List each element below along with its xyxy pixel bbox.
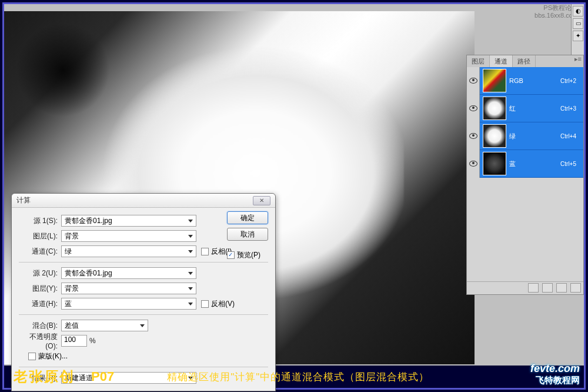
tab-channels[interactable]: 通道 [490,55,513,67]
source2-layer-select[interactable]: 背景 [61,283,196,294]
workspace: PS教程论坛 bbs.16xx8.com ◐ ▭ ✦ 图层 通道 路径 ▸≡ R… [4,4,584,366]
channel-row-green[interactable]: 绿 Ctrl+4 [467,122,583,150]
source1-channel-label: 通道(C): [19,247,61,257]
channel-thumbnail [483,124,506,148]
opacity-suffix: % [89,337,96,345]
combo-value: 背景 [65,284,79,294]
combo-value: 黄郁金香01.jpg [65,216,112,226]
caption-author: 老张原创 [14,367,75,386]
source2-layer-label: 图层(Y): [19,284,61,294]
combo-value: 绿 [65,247,72,257]
source1-label: 源 1(S): [19,216,61,226]
combo-value: 蓝 [65,299,72,309]
eye-icon [469,78,477,84]
opacity-label: 不透明度(O): [19,332,61,350]
dialog-body: 确定 取消 预览(P) 源 1(S): 黄郁金香01.jpg 图层(L): 背景… [12,208,275,391]
combo-value: 差值 [65,321,79,331]
new-channel-icon[interactable] [556,283,567,293]
source1-channel-select[interactable]: 绿 [61,245,196,257]
site-logo: fevte.com 飞特教程网 [530,363,580,386]
opacity-input[interactable]: 100 [61,335,87,347]
visibility-toggle[interactable] [467,150,480,178]
combo-value: 背景 [65,231,79,241]
channel-name: 蓝 [509,160,560,168]
channel-thumbnail [483,152,506,175]
site-url: fevte.com [530,363,580,375]
channel-shortcut: Ctrl+3 [560,105,583,112]
dialog-titlebar[interactable]: 计算 ✕ [12,194,275,208]
preview-checkbox[interactable]: 预览(P) [227,250,268,260]
close-icon[interactable]: ✕ [253,196,270,205]
channel-row-blue[interactable]: 蓝 Ctrl+5 [467,150,583,178]
cancel-button[interactable]: 取消 [227,228,268,241]
caption-description: 精确选区使用"计算"中的通道混合模式（图层混合模式） [167,370,429,384]
channel-name: 绿 [509,132,560,141]
panel-tabs: 图层 通道 路径 ▸≡ [467,55,583,67]
checkbox-icon [201,248,209,255]
site-name: 飞特教程网 [530,375,580,386]
source1-layer-select[interactable]: 背景 [61,230,196,242]
channel-thumbnail [483,97,506,120]
channel-shortcut: Ctrl+2 [560,78,583,84]
eye-icon [469,105,477,111]
load-selection-icon[interactable] [528,283,539,293]
source2-invert-checkbox[interactable]: 反相(V) [201,299,235,309]
caption-bar: 老张原创 P07 精确选区使用"计算"中的通道混合模式（图层混合模式） [4,366,584,388]
mask-checkbox[interactable]: 蒙版(K)... [28,351,68,361]
dialog-button-column: 确定 取消 预览(P) [227,211,268,260]
channel-name: RGB [509,77,560,84]
blend-select[interactable]: 差值 [61,320,148,331]
panel-footer [467,281,583,294]
tool-icon[interactable]: ◐ [573,6,583,16]
channel-shortcut: Ctrl+4 [560,133,583,139]
checkbox-icon [227,251,235,259]
divider [19,314,268,315]
source2-channel-select[interactable]: 蓝 [61,298,196,310]
eye-icon [469,161,477,167]
checkbox-icon [201,300,209,308]
blend-label: 混合(B): [19,321,61,331]
delete-channel-icon[interactable] [570,283,581,293]
checkbox-icon [28,353,36,360]
eye-icon [469,133,477,139]
visibility-toggle[interactable] [467,95,480,122]
visibility-toggle[interactable] [467,67,480,95]
source1-select[interactable]: 黄郁金香01.jpg [61,215,196,227]
visibility-toggle[interactable] [467,122,480,150]
preview-label: 预览(P) [237,250,260,260]
tool-icon[interactable]: ▭ [573,18,583,29]
source2-label: 源 2(U): [19,268,61,278]
ok-button[interactable]: 确定 [227,211,268,224]
calculations-dialog: 计算 ✕ 确定 取消 预览(P) 源 1(S): 黄郁金香01.jpg 图层(L… [11,193,276,391]
source2-channel-label: 通道(H): [19,299,61,309]
channel-row-red[interactable]: 红 Ctrl+3 [467,95,583,122]
divider [19,262,268,263]
right-toolbar: ◐ ▭ ✦ [571,4,584,55]
save-selection-icon[interactable] [542,283,553,293]
dialog-title: 计算 [16,195,253,205]
channel-thumbnail [483,69,506,92]
caption-page: P07 [91,369,114,384]
source1-layer-label: 图层(L): [19,231,61,241]
tool-icon[interactable]: ✦ [573,31,583,41]
channels-panel: 图层 通道 路径 ▸≡ RGB Ctrl+2 红 Ctrl+3 绿 Ctrl+4… [466,55,584,295]
panel-empty-area [467,178,583,281]
channel-name: 红 [509,104,560,113]
panel-menu-icon[interactable]: ▸≡ [573,55,583,67]
channel-shortcut: Ctrl+5 [560,161,583,167]
invert-label: 反相(V) [211,299,235,309]
mask-label: 蒙版(K)... [38,351,68,361]
source2-select[interactable]: 黄郁金香01.jpg [61,267,196,279]
combo-value: 黄郁金香01.jpg [65,268,112,278]
channel-row-rgb[interactable]: RGB Ctrl+2 [467,67,583,95]
tab-paths[interactable]: 路径 [513,55,536,67]
tab-layers[interactable]: 图层 [467,55,490,67]
